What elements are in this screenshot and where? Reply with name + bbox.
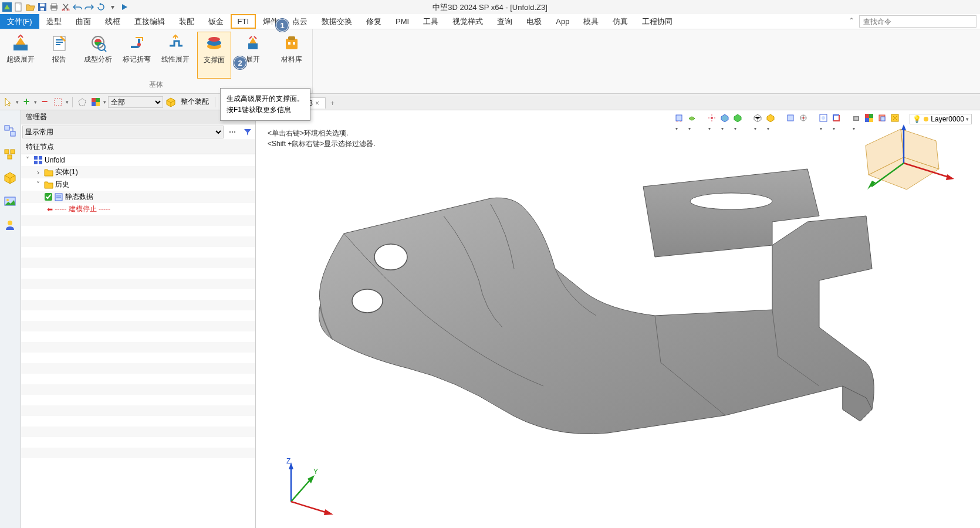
close-tab-icon[interactable]: × [315,99,319,107]
panel-filter-select[interactable]: 显示常用 [22,126,224,138]
tooltip-line2: 按F1键获取更多信息 [227,104,304,116]
vp-icon-4[interactable] [721,114,731,124]
app-icon[interactable] [2,2,12,12]
vp-icon-7[interactable] [766,114,777,124]
tab-assembly[interactable]: 装配 [172,14,201,29]
tab-file[interactable]: 文件(F) [0,14,39,29]
sb-tree-icon[interactable] [4,124,18,138]
svg-point-90 [924,117,928,121]
refresh-icon[interactable] [96,2,106,12]
data-icon [54,192,63,202]
play-icon[interactable] [120,2,129,12]
command-search[interactable] [859,15,976,28]
tab-surface[interactable]: 曲面 [69,14,98,29]
tab-direct-edit[interactable]: 直接编辑 [127,14,172,29]
svg-point-91 [690,193,772,209]
tab-query[interactable]: 查询 [490,14,519,29]
tab-tools[interactable]: 工具 [416,14,445,29]
vp-icon-6[interactable] [753,114,764,124]
tab-collab[interactable]: 工程协同 [635,14,680,29]
tab-shape[interactable]: 造型 [39,14,69,29]
tab-pointcloud[interactable]: 点云 [285,14,315,29]
tab-wireframe[interactable]: 线框 [98,14,127,29]
model-view[interactable] [279,163,901,468]
qat-dropdown-icon[interactable]: ▾ [108,2,117,12]
svg-rect-72 [39,161,42,164]
layer-color-icon [923,116,929,122]
svg-rect-86 [869,118,873,122]
btn-report-label: 报告 [52,55,66,63]
tab-sheetmetal[interactable]: 钣金 [201,14,231,29]
vp-icon-2[interactable] [688,114,698,124]
save-icon[interactable] [38,2,47,12]
tab-fti[interactable]: FTI [231,14,256,29]
tree-row[interactable]: ˅Unfold [21,154,255,166]
poly-icon[interactable] [76,96,88,108]
vp-icon-8[interactable] [786,114,797,124]
vp-icon-11[interactable] [832,114,843,124]
btn-unfold2[interactable]: 展开 [236,32,270,79]
select-rect-icon[interactable] [52,96,64,108]
svg-point-80 [822,116,825,120]
vp-icon-1[interactable] [675,114,685,124]
add-icon[interactable]: + [21,96,32,108]
redo-icon[interactable] [85,2,94,12]
tab-visual-style[interactable]: 视觉样式 [445,14,490,29]
vp-icon-10[interactable] [819,114,830,124]
cube-yellow-icon[interactable] [165,96,177,108]
tab-repair[interactable]: 修复 [359,14,388,29]
vp-icon-9[interactable] [799,114,810,124]
tab-data-exchange[interactable]: 数据交换 [315,14,359,29]
app-title: 中望3D 2024 SP x64 - [Unfold.Z3] [432,2,548,13]
vp-icon-3[interactable] [708,114,718,124]
btn-material-lib[interactable]: 材料库 [275,32,309,79]
cursor-icon[interactable] [2,96,14,108]
undo-icon[interactable] [73,2,82,12]
sb-assembly-icon[interactable] [4,148,18,162]
btn-form-analysis[interactable]: 成型分析 [81,32,115,79]
tree-row[interactable]: ›实体(1) [21,166,255,178]
vp-icon-5[interactable] [734,114,744,124]
btn-support-face-label: 支撑面 [204,56,225,64]
folder-icon [44,180,53,189]
btn-material-lib-label: 材料库 [281,55,302,63]
tab-mold[interactable]: 模具 [576,14,606,29]
open-icon[interactable] [26,2,35,12]
tree-checkbox[interactable] [45,193,52,201]
add-tab-icon[interactable]: + [326,99,339,107]
viewport[interactable]: Unfold.Z3 × + [256,110,980,528]
btn-report[interactable]: 报告 [42,32,76,79]
cut-icon[interactable] [61,2,70,12]
main-area: 管理器 显示常用 ⋯ 特征节点 ˅Unfold ›实体(1) ˅历史 静态数据 … [0,110,980,528]
menu-overflow-icon[interactable]: ⌃ [847,14,856,29]
btn-support-face[interactable]: 支撑面 [197,32,231,79]
svg-rect-62 [11,131,15,136]
sb-box-icon[interactable] [4,171,18,185]
tab-app[interactable]: App [549,14,576,29]
tree-row[interactable]: ˅历史 [21,178,255,191]
filter-funnel-icon[interactable] [241,126,254,138]
svg-point-92 [374,244,407,270]
btn-linear-unfold[interactable]: 线性展开 [158,32,192,79]
print-icon[interactable] [49,2,59,12]
orientation-widget[interactable] [851,122,957,204]
tab-pmi[interactable]: PMI [388,14,416,29]
btn-mark-bend[interactable]: 标记折弯 [120,32,154,79]
tab-sim[interactable]: 仿真 [606,14,635,29]
tab-electrode[interactable]: 电极 [519,14,549,29]
color-cube-icon[interactable] [90,96,102,108]
assembly-label: 整个装配 [178,97,211,107]
tree-row[interactable]: 静态数据 [21,191,255,203]
svg-point-17 [208,37,220,42]
assembly-tree-icon [33,155,43,165]
sb-user-icon[interactable] [4,218,18,232]
sb-image-icon[interactable] [4,195,18,209]
quick-access-toolbar: ▾ 中望3D 2024 SP x64 - [Unfold.Z3] [0,0,980,14]
filter-settings-icon[interactable]: ⋯ [226,126,239,138]
filter-select[interactable]: 全部 [108,96,163,108]
remove-icon[interactable]: − [39,96,50,108]
left-sidebar [0,110,21,528]
btn-super-unfold[interactable]: 超级展开 [4,32,38,79]
tree-row-stop[interactable]: ⬅ ----- 建模停止 ----- [21,203,255,215]
new-icon[interactable] [14,2,23,12]
